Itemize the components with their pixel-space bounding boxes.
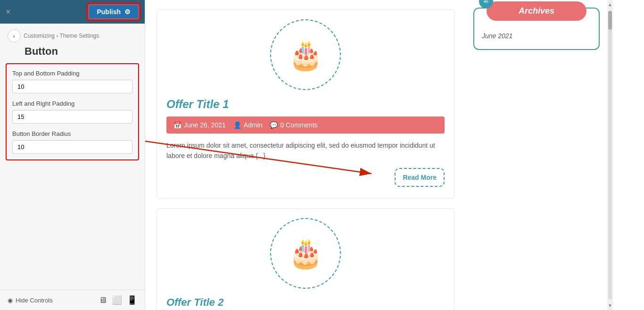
post-meta-1: 📅 June 26, 2021 👤 Admin 💬 0 Comments xyxy=(166,117,445,134)
breadcrumb-current: Theme Settings xyxy=(60,33,99,39)
hide-controls-button[interactable]: ◉ Hide Controls xyxy=(8,297,53,304)
breadcrumb-area: ‹ Customizing › Theme Settings xyxy=(0,24,145,44)
sidebar-header: × Publish ⚙ xyxy=(0,0,145,24)
view-icons: 🖥 ⬜ 📱 xyxy=(99,295,137,305)
breadcrumb-separator: › xyxy=(56,33,58,39)
scroll-down-button[interactable]: ▼ xyxy=(606,301,614,310)
left-right-padding-group: Left and Right Padding xyxy=(12,100,132,124)
meta-comments-1: 💬 0 Comments xyxy=(270,121,317,129)
border-radius-group: Button Border Radius xyxy=(12,130,132,154)
close-button[interactable]: × xyxy=(6,7,11,17)
publish-label: Publish xyxy=(97,8,121,16)
page-title: Button xyxy=(0,44,145,63)
desktop-view-icon[interactable]: 🖥 xyxy=(99,295,107,305)
scroll-up-button[interactable]: ▲ xyxy=(606,0,614,9)
user-icon: 👤 xyxy=(233,121,241,129)
breadcrumb: Customizing › Theme Settings xyxy=(24,33,99,39)
post-image-circle-1: 🎂 xyxy=(270,19,341,90)
post-title-2: Offer Title 2 xyxy=(166,296,445,309)
calendar-icon: 📅 xyxy=(173,121,182,129)
archives-header: Archives xyxy=(487,1,586,21)
cake-icon-1: 🎂 xyxy=(288,38,323,72)
meta-date-1: 📅 June 26, 2021 xyxy=(173,121,226,129)
publish-button[interactable]: Publish ⚙ xyxy=(88,4,139,19)
archives-widget: ✏ Archives June 2021 xyxy=(473,8,600,50)
left-right-padding-input[interactable] xyxy=(12,110,132,124)
controls-box: Top and Bottom Padding Left and Right Pa… xyxy=(6,63,139,160)
eye-icon: ◉ xyxy=(8,297,13,304)
top-bottom-padding-input[interactable] xyxy=(12,80,132,93)
post-title-1: Offer Title 1 xyxy=(166,98,445,111)
hide-controls-label: Hide Controls xyxy=(16,297,53,304)
content-area: 🎂 Offer Title 1 📅 June 26, 2021 👤 Admin … xyxy=(145,0,466,310)
mobile-view-icon[interactable]: 📱 xyxy=(127,295,137,305)
top-bottom-padding-label: Top and Bottom Padding xyxy=(12,70,132,77)
comment-icon: 💬 xyxy=(270,121,278,129)
right-sidebar: ✏ Archives June 2021 xyxy=(466,0,607,310)
scroll-thumb xyxy=(608,11,612,30)
post-excerpt-1: Lorem ipsum dolor sit amet, consectetur … xyxy=(166,140,445,161)
left-right-padding-label: Left and Right Padding xyxy=(12,100,132,107)
post-card-1: 🎂 Offer Title 1 📅 June 26, 2021 👤 Admin … xyxy=(157,9,454,199)
back-arrow-button[interactable]: ‹ xyxy=(8,29,21,42)
scroll-track xyxy=(608,11,612,299)
sidebar-footer: ◉ Hide Controls 🖥 ⬜ 📱 xyxy=(0,290,145,310)
scrollbar[interactable]: ▲ ▼ xyxy=(607,0,613,310)
border-radius-label: Button Border Radius xyxy=(12,130,132,137)
archive-link-june2021[interactable]: June 2021 xyxy=(482,30,591,42)
read-more-button-1[interactable]: Read More xyxy=(395,168,445,187)
gear-icon: ⚙ xyxy=(124,8,131,16)
tablet-view-icon[interactable]: ⬜ xyxy=(112,295,122,305)
top-bottom-padding-group: Top and Bottom Padding xyxy=(12,70,132,93)
main-content: 🎂 Offer Title 1 📅 June 26, 2021 👤 Admin … xyxy=(145,0,644,310)
post-card-2: 🎂 Offer Title 2 xyxy=(157,208,454,310)
archives-content: June 2021 xyxy=(474,21,599,49)
sidebar: × Publish ⚙ ‹ Customizing › Theme Settin… xyxy=(0,0,145,310)
cake-icon-2: 🎂 xyxy=(288,236,323,270)
meta-author-1: 👤 Admin xyxy=(233,121,263,129)
post-image-circle-2: 🎂 xyxy=(270,218,341,289)
border-radius-input[interactable] xyxy=(12,140,132,154)
breadcrumb-parent: Customizing xyxy=(24,33,55,39)
